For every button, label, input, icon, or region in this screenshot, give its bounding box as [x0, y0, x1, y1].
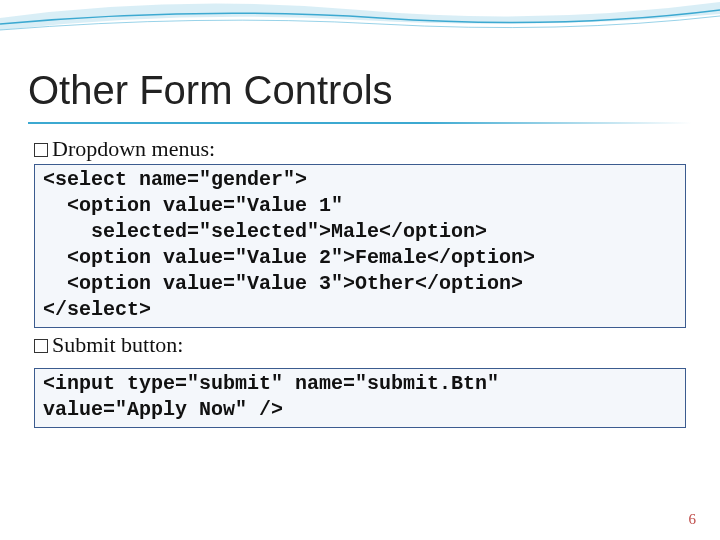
slide: Other Form Controls Dropdown menus: <sel…: [0, 0, 720, 540]
bullet-submit: Submit button:: [34, 332, 686, 358]
code-select: <select name="gender"> <option value="Va…: [43, 167, 677, 323]
page-number: 6: [689, 511, 697, 528]
slide-title: Other Form Controls: [28, 68, 393, 113]
bullet-dropdown-text: Dropdown menus:: [52, 136, 215, 161]
bullet-box-icon: [34, 143, 48, 157]
code-submit: <input type="submit" name="submit.Btn" v…: [43, 371, 677, 423]
bullet-box-icon: [34, 339, 48, 353]
decorative-swoosh: [0, 0, 720, 56]
bullet-dropdown: Dropdown menus:: [34, 136, 686, 162]
codebox-submit: <input type="submit" name="submit.Btn" v…: [34, 368, 686, 428]
title-underline: [28, 122, 692, 124]
bullet-submit-text: Submit button:: [52, 332, 183, 357]
codebox-select: <select name="gender"> <option value="Va…: [34, 164, 686, 328]
slide-body: Dropdown menus: <select name="gender"> <…: [34, 136, 686, 432]
